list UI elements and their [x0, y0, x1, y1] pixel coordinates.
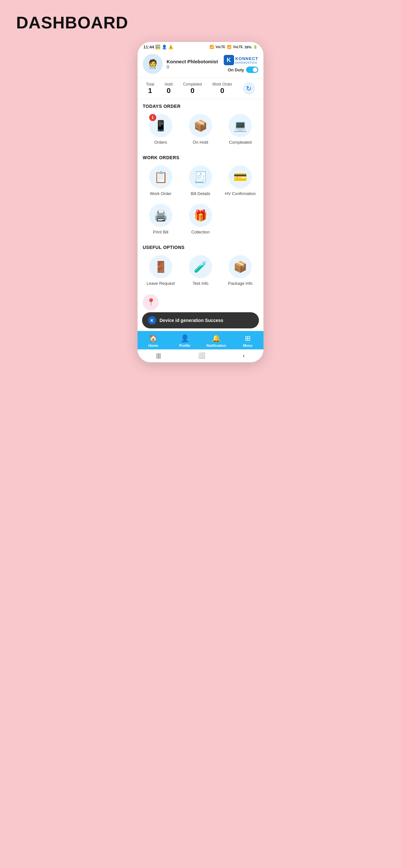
profile-header: 🧑‍⚕️ Konnect Phlebotomist 0 K KONNECT DI…: [137, 51, 264, 78]
print-bill-item[interactable]: 🖨️ Print Bill: [141, 200, 181, 239]
logo-icon: K: [224, 55, 234, 65]
work-order-item[interactable]: 📋 Work Order: [141, 162, 181, 200]
stat-completed: Completed 0: [183, 82, 202, 95]
duty-row: On Duty: [227, 66, 258, 73]
package-info-label: Package Info: [228, 281, 252, 286]
status-bar: 11:44 🖼️ 👤 ⚠️ 📶 VoLTE 📶 VoLTE 39% 🔋: [137, 42, 264, 51]
menu-icon: ⊞: [245, 334, 251, 343]
package-info-icon-circle: 📦: [228, 255, 252, 278]
brand-name: KONNECT: [235, 56, 258, 61]
orders-icon-circle: 1 📱: [149, 114, 173, 137]
status-right: 📶 VoLTE 📶 VoLTE 39% 🔋: [210, 45, 258, 49]
profile-id: 0: [166, 64, 218, 69]
completed-label: Compleated: [229, 140, 251, 145]
test-info-icon-circle: 🧪: [189, 255, 212, 278]
stats-row: Total 1 Hold 0 Completed 0 Work Order 0 …: [137, 78, 264, 99]
work-order-icon-circle: 📋: [149, 165, 173, 189]
print-bill-icon: 🖨️: [154, 209, 167, 222]
collection-icon: 🎁: [194, 209, 207, 222]
section-title-work-orders: WORK ORDERS: [137, 151, 264, 162]
sys-back-icon[interactable]: ‹: [243, 352, 245, 359]
bill-details-icon: 🧾: [194, 170, 207, 183]
hv-confirmation-icon: 💳: [234, 170, 247, 183]
nav-home[interactable]: 🏠 Home: [144, 334, 163, 347]
profile-info: 🧑‍⚕️ Konnect Phlebotomist 0: [143, 54, 218, 74]
on-hold-icon: 📦: [194, 119, 207, 132]
toast-message: Device id generation Success: [159, 318, 223, 323]
leave-request-label: Leave Request: [147, 281, 175, 286]
profile-label: Profile: [179, 344, 190, 347]
hv-confirmation-icon-circle: 💳: [228, 165, 252, 189]
stat-total: Total 1: [146, 82, 154, 95]
collection-icon-circle: 🎁: [189, 204, 212, 227]
print-bill-icon-circle: 🖨️: [149, 204, 173, 227]
nav-notification[interactable]: 🔔 Notification: [206, 334, 226, 347]
test-info-label: Test Info: [192, 281, 208, 286]
useful-options-grid: 🚪 Leave Request 🧪 Test Info 📦 Package In…: [137, 252, 264, 291]
package-info-icon: 📦: [234, 260, 247, 273]
work-order-label: Work Order: [150, 191, 172, 196]
sys-home-icon[interactable]: ⬜: [198, 352, 205, 359]
profile-details: Konnect Phlebotomist 0: [166, 59, 218, 69]
duty-label: On Duty: [227, 67, 244, 72]
on-hold-icon-circle: 📦: [189, 114, 212, 137]
home-icon: 🏠: [149, 334, 158, 343]
test-info-item[interactable]: 🧪 Test Info: [181, 252, 220, 290]
print-bill-label: Print Bill: [153, 229, 168, 235]
profile-peek-row: 📍: [137, 291, 264, 310]
stat-hold: Hold 0: [165, 82, 173, 95]
page-title: DASHBOARD: [16, 13, 128, 32]
collection-label: Collection: [191, 229, 210, 235]
leave-request-icon: 🚪: [154, 260, 167, 273]
brand-logo: K KONNECT DIAGNOSTICS On Duty: [224, 55, 258, 73]
menu-label: Menu: [243, 344, 252, 347]
on-hold-item[interactable]: 📦 On Hold: [181, 111, 220, 149]
test-info-icon: 🧪: [194, 260, 207, 273]
toast-icon: K: [148, 316, 156, 324]
completed-icon: 💻: [234, 119, 247, 132]
work-orders-grid: 📋 Work Order 🧾 Bill Details 💳 HV Confirm…: [137, 162, 264, 240]
bottom-nav: 🏠 Home 👤 Profile 🔔 Notification ⊞ Menu: [137, 331, 264, 349]
stat-work-order: Work Order 0: [212, 82, 233, 95]
phone-frame: 11:44 🖼️ 👤 ⚠️ 📶 VoLTE 📶 VoLTE 39% 🔋 🧑‍⚕️…: [137, 42, 264, 362]
notification-label: Notification: [206, 344, 226, 347]
orders-item[interactable]: 1 📱 Orders: [141, 111, 181, 149]
orders-label: Orders: [154, 140, 167, 145]
orders-badge: 1: [149, 114, 156, 121]
nav-profile[interactable]: 👤 Profile: [175, 334, 194, 347]
battery-level: 39%: [244, 45, 251, 49]
package-info-item[interactable]: 📦 Package Info: [220, 252, 260, 290]
avatar: 🧑‍⚕️: [143, 54, 163, 74]
sys-recents-icon[interactable]: |||: [156, 352, 161, 359]
orders-icon: 📱: [154, 120, 167, 132]
profile-peek-avatar: 📍: [143, 294, 159, 310]
bill-details-label: Bill Details: [191, 191, 211, 196]
notification-icon: 🔔: [212, 334, 220, 343]
completed-icon-circle: 💻: [228, 114, 252, 137]
system-bar: ||| ⬜ ‹: [137, 349, 264, 362]
leave-request-item[interactable]: 🚪 Leave Request: [141, 252, 181, 290]
todays-order-grid: 1 📱 Orders 📦 On Hold 💻 Compleated: [137, 111, 264, 151]
section-title-useful-options: USEFUL OPTIONS: [137, 240, 264, 252]
on-hold-label: On Hold: [193, 140, 208, 145]
bill-details-item[interactable]: 🧾 Bill Details: [181, 162, 220, 200]
brand-sub: DIAGNOSTICS: [235, 61, 258, 64]
status-time: 11:44 🖼️ 👤 ⚠️: [143, 44, 174, 50]
work-order-icon: 📋: [154, 170, 167, 183]
hv-confirmation-label: HV Confirmation: [225, 191, 256, 196]
refresh-button[interactable]: ↻: [243, 82, 255, 95]
leave-request-icon-circle: 🚪: [149, 255, 173, 278]
home-label: Home: [148, 344, 158, 347]
toast-notification: K Device id generation Success: [142, 312, 259, 329]
profile-icon: 👤: [181, 334, 189, 343]
duty-toggle[interactable]: [246, 66, 258, 73]
nav-menu[interactable]: ⊞ Menu: [238, 334, 257, 347]
profile-name: Konnect Phlebotomist: [166, 59, 218, 64]
completed-item[interactable]: 💻 Compleated: [220, 111, 260, 149]
section-title-todays-order: TODAYS ORDER: [137, 99, 264, 111]
hv-confirmation-item[interactable]: 💳 HV Confirmation: [220, 162, 260, 200]
collection-item[interactable]: 🎁 Collection: [181, 200, 220, 239]
bill-details-icon-circle: 🧾: [189, 165, 212, 189]
